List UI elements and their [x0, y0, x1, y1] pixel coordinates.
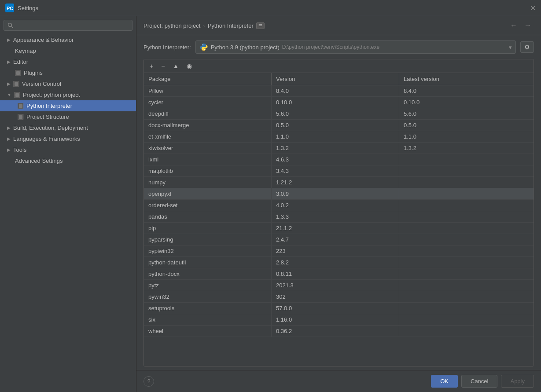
package-name-cell: pypiwin32 — [144, 245, 272, 256]
svg-rect-11 — [19, 104, 22, 108]
table-row[interactable]: pypiwin32223 — [144, 245, 534, 257]
package-latest-cell — [399, 257, 534, 268]
package-latest-cell — [399, 245, 534, 256]
table-row[interactable]: kiwisolver1.3.21.3.2 — [144, 143, 534, 154]
sidebar-item-project-structure[interactable]: Project Structure — [0, 111, 136, 122]
package-latest-cell — [399, 211, 534, 222]
package-latest-cell — [399, 154, 534, 165]
breadcrumb-separator: › — [203, 22, 205, 29]
package-name-cell: pywin32 — [144, 291, 272, 302]
breadcrumb-edit-icon[interactable]: ☰ — [256, 22, 265, 29]
package-name-cell: numpy — [144, 177, 272, 188]
package-name-cell: kiwisolver — [144, 143, 272, 154]
cancel-button[interactable]: Cancel — [461, 375, 497, 388]
search-input[interactable] — [16, 22, 129, 29]
plugin-icon — [18, 114, 24, 120]
table-row[interactable]: matplotlib3.4.3 — [144, 165, 534, 177]
sidebar-item-languages-frameworks[interactable]: ▶Languages & Frameworks — [0, 133, 136, 144]
right-panel: Project: python project › Python Interpr… — [136, 16, 541, 392]
table-row[interactable]: pip21.1.2 — [144, 223, 534, 234]
sidebar-items-container: ▶Appearance & BehaviorKeymap▶EditorPlugi… — [0, 34, 136, 166]
svg-rect-13 — [19, 115, 22, 119]
sidebar-item-plugins[interactable]: Plugins — [0, 67, 136, 78]
search-box[interactable] — [4, 20, 132, 31]
table-row[interactable]: pytz2021.3 — [144, 280, 534, 291]
sidebar-item-python-interpreter[interactable]: Python Interpreter — [0, 100, 136, 111]
help-button[interactable]: ? — [144, 376, 154, 387]
sidebar-item-tools[interactable]: ▶Tools — [0, 144, 136, 155]
table-row[interactable]: et-xmlfile1.1.01.1.0 — [144, 131, 534, 143]
interpreter-select[interactable]: Python 3.9 (python project) D:\python pr… — [195, 40, 516, 54]
table-row[interactable]: pandas1.3.3 — [144, 211, 534, 223]
chevron-icon: ▶ — [7, 59, 11, 64]
settings-window: PC Settings ✕ ▶Appearance & BehaviorKeym… — [0, 0, 541, 392]
table-row[interactable]: ordered-set4.0.2 — [144, 200, 534, 211]
plugin-icon — [14, 92, 20, 98]
package-name-cell: matplotlib — [144, 165, 272, 176]
package-latest-cell — [399, 326, 534, 337]
bottom-buttons: OK Cancel Apply — [431, 375, 534, 388]
table-row[interactable]: Pillow8.4.08.4.0 — [144, 85, 534, 97]
svg-point-14 — [202, 44, 203, 45]
table-row[interactable]: pyparsing2.4.7 — [144, 234, 534, 245]
remove-package-button[interactable]: − — [158, 61, 168, 71]
table-row[interactable]: python-dateutil2.8.2 — [144, 257, 534, 268]
header-latest: Latest version — [399, 73, 534, 85]
package-latest-cell — [399, 268, 534, 279]
package-name-cell: pandas — [144, 211, 272, 222]
package-table: + − ▲ ◉ Package Version Latest version P… — [144, 59, 534, 366]
search-icon — [7, 22, 14, 29]
main-content: ▶Appearance & BehaviorKeymap▶EditorPlugi… — [0, 16, 541, 392]
table-row[interactable]: cycler0.10.00.10.0 — [144, 97, 534, 108]
package-name-cell: python-docx — [144, 268, 272, 279]
table-row[interactable]: setuptools57.0.0 — [144, 303, 534, 314]
package-name-cell: cycler — [144, 97, 272, 108]
nav-back-button[interactable]: ← — [508, 21, 520, 30]
package-version-cell: 1.3.2 — [272, 143, 399, 154]
sidebar-item-keymap[interactable]: Keymap — [0, 45, 136, 56]
app-icon: PC — [5, 4, 14, 12]
chevron-icon: ▶ — [7, 125, 11, 130]
header-version: Version — [272, 73, 399, 85]
table-row[interactable]: openpyxl3.0.9 — [144, 188, 534, 200]
nav-forward-button[interactable]: → — [522, 21, 534, 30]
table-row[interactable]: pywin32302 — [144, 291, 534, 303]
sidebar-item-label: Tools — [13, 147, 26, 153]
table-row[interactable]: deepdiff5.6.05.6.0 — [144, 108, 534, 120]
package-latest-cell — [399, 291, 534, 302]
svg-rect-5 — [16, 71, 20, 75]
sidebar-item-advanced-settings[interactable]: Advanced Settings — [0, 155, 136, 166]
sidebar-item-appearance[interactable]: ▶Appearance & Behavior — [0, 34, 136, 45]
package-latest-cell — [399, 177, 534, 188]
package-name-cell: pytz — [144, 280, 272, 291]
sidebar-item-label: Version Control — [22, 81, 61, 87]
table-row[interactable]: lxml4.6.3 — [144, 154, 534, 165]
svg-text:PC: PC — [7, 6, 13, 11]
sidebar-item-editor[interactable]: ▶Editor — [0, 56, 136, 67]
table-row[interactable]: wheel0.36.2 — [144, 326, 534, 337]
table-row[interactable]: docx-mailmerge0.5.00.5.0 — [144, 120, 534, 131]
plugin-icon — [13, 81, 19, 87]
table-row[interactable]: numpy1.21.2 — [144, 177, 534, 188]
table-row[interactable]: six1.16.0 — [144, 314, 534, 326]
interpreter-settings-button[interactable]: ⚙ — [520, 41, 534, 53]
close-button[interactable]: ✕ — [530, 4, 536, 12]
package-latest-cell — [399, 280, 534, 291]
table-row[interactable]: python-docx0.8.11 — [144, 268, 534, 280]
sidebar-item-project[interactable]: ▼Project: python project — [0, 89, 136, 100]
sidebar-item-label: Python Interpreter — [26, 103, 72, 109]
sidebar-item-build-execution[interactable]: ▶Build, Execution, Deployment — [0, 122, 136, 133]
ok-button[interactable]: OK — [431, 375, 458, 388]
package-version-cell: 1.1.0 — [272, 131, 399, 142]
apply-button[interactable]: Apply — [501, 375, 534, 388]
upgrade-package-button[interactable]: ▲ — [169, 61, 182, 71]
package-latest-cell — [399, 314, 534, 325]
sidebar-item-version-control[interactable]: ▶Version Control — [0, 78, 136, 89]
package-version-cell: 2.4.7 — [272, 234, 399, 245]
package-latest-cell — [399, 234, 534, 245]
add-package-button[interactable]: + — [147, 61, 156, 71]
package-latest-cell: 8.4.0 — [399, 85, 534, 96]
package-version-cell: 4.6.3 — [272, 154, 399, 165]
sidebar: ▶Appearance & BehaviorKeymap▶EditorPlugi… — [0, 16, 136, 392]
show-package-button[interactable]: ◉ — [184, 61, 195, 71]
